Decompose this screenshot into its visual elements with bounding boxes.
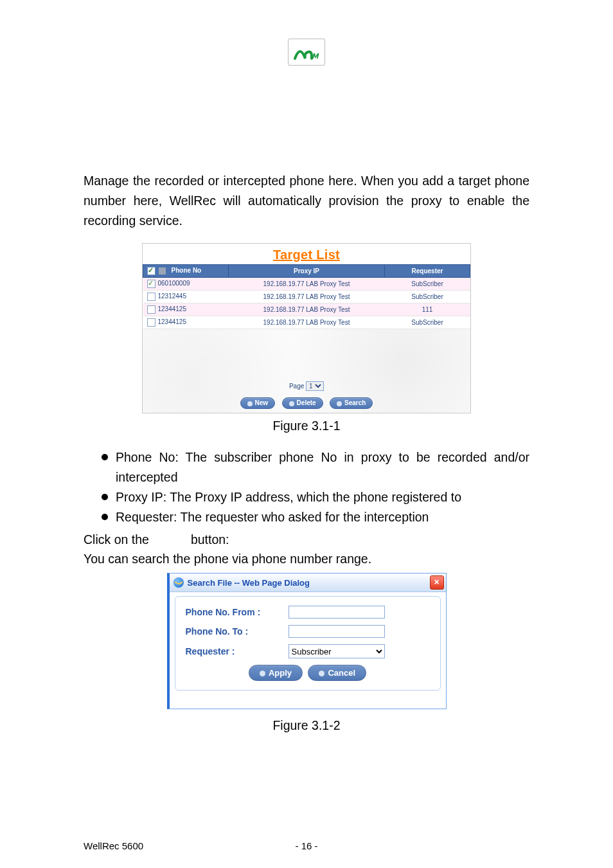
table-row[interactable]: 12344125 192.168.19.77 LAB Proxy Test 11… [143,303,470,316]
target-list-table: Phone No Proxy IP Requester 060100009 19… [143,264,470,329]
logo-container: ᴍ [84,39,529,68]
row-checkbox[interactable] [147,280,155,288]
gear-icon [260,671,265,676]
cell-proxy: 192.168.19.77 LAB Proxy Test [229,278,385,291]
bullet-requester: Requester: The requester who asked for t… [102,507,529,527]
select-requester[interactable]: Subscriber [289,644,385,658]
cell-phone: 060100009 [158,280,190,287]
table-row[interactable]: 12312445 192.168.19.77 LAB Proxy Test Su… [143,291,470,303]
target-list-title: Target List [273,248,340,262]
search-button[interactable]: Search [330,397,373,409]
search-dialog: Search File -- Web Page Dialog × Phone N… [167,573,447,709]
brand-logo: ᴍ [288,39,325,66]
figure-3-1-2-caption: Figure 3.1-2 [84,718,529,733]
close-button[interactable]: × [430,575,444,590]
apply-button[interactable]: Apply [249,665,303,681]
cell-phone: 12344125 [158,306,187,313]
cell-proxy: 192.168.19.77 LAB Proxy Test [229,303,385,316]
page-footer: WellRec 5600 - 16 - [84,840,529,851]
figure-3-1-1-caption: Figure 3.1-1 [84,419,529,433]
cell-requester: SubScriber [385,291,470,303]
field-description-list: Phone No: The subscriber phone No in pro… [84,448,529,527]
gear-icon [289,401,294,406]
svg-text:ᴍ: ᴍ [312,50,319,60]
pager: Page 1 [143,381,470,391]
target-list-screenshot: Target List Phone No Proxy IP Requester … [142,243,471,413]
table-row[interactable]: 060100009 192.168.19.77 LAB Proxy Test S… [143,278,470,291]
col-proxy-ip: Proxy IP [229,265,385,278]
search-instruction: You can search the phone via phone numbe… [84,549,529,569]
cell-proxy: 192.168.19.77 LAB Proxy Test [229,291,385,303]
bullet-phone-no: Phone No: The subscriber phone No in pro… [102,448,529,487]
intro-paragraph: Manage the recorded or intercepted phone… [84,171,529,230]
label-phone-from: Phone No. From : [186,607,289,617]
dialog-title: Search File -- Web Page Dialog [188,578,310,588]
gear-icon [337,401,342,406]
click-on-line: Click on the button: [84,530,529,550]
input-phone-to[interactable] [289,625,385,638]
cell-requester: SubScriber [385,278,470,291]
row-checkbox[interactable] [147,293,155,301]
row-checkbox[interactable] [147,305,155,314]
cancel-button[interactable]: Cancel [308,665,366,681]
delete-header-icon[interactable] [159,267,166,275]
input-phone-from[interactable] [289,606,385,619]
label-requester: Requester : [186,646,289,656]
select-all-checkbox[interactable] [147,267,155,275]
cell-requester: 111 [385,303,470,316]
new-button[interactable]: New [240,397,276,409]
gear-icon [247,401,253,406]
label-phone-to: Phone No. To : [186,626,289,637]
bullet-proxy-ip: Proxy IP: The Proxy IP address, which th… [102,487,529,507]
gear-icon [319,671,324,676]
dialog-titlebar: Search File -- Web Page Dialog × [170,574,446,592]
cell-requester: SubScriber [385,316,470,329]
pager-select[interactable]: 1 [306,381,324,391]
footer-product: WellRec 5600 [84,840,143,851]
cell-phone: 12344125 [158,319,187,326]
col-requester: Requester [385,265,470,278]
col-phone-no: Phone No [172,267,202,275]
pager-label: Page [289,383,304,390]
footer-page-number: - 16 - [295,840,317,851]
row-checkbox[interactable] [147,318,155,327]
table-row[interactable]: 12344125 192.168.19.77 LAB Proxy Test Su… [143,316,470,329]
delete-button[interactable]: Delete [282,397,323,409]
cell-phone: 12312445 [158,293,187,300]
ie-icon [173,577,184,588]
cell-proxy: 192.168.19.77 LAB Proxy Test [229,316,385,329]
